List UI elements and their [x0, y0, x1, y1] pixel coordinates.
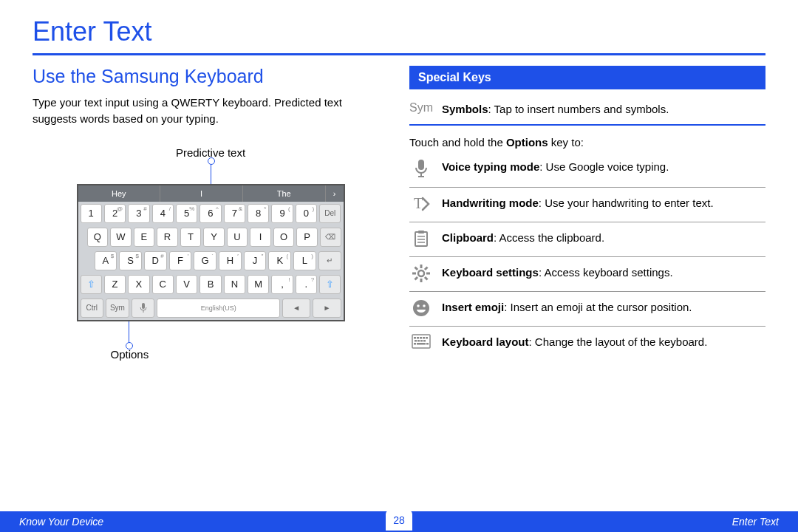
key: G`: [194, 251, 216, 270]
key-ctrl: Ctrl: [81, 299, 104, 318]
key: J″: [244, 251, 267, 270]
sym-text: Symbols: Tap to insert numbers and symbo…: [442, 101, 764, 117]
right-column: Special Keys Sym Symbols: Tap to insert …: [409, 66, 765, 361]
option-text: Keyboard layout: Change the layout of th…: [442, 334, 764, 349]
callout-line: [129, 321, 129, 347]
emoji-icon: [409, 299, 433, 317]
svg-rect-34: [417, 343, 426, 345]
svg-rect-25: [417, 337, 419, 339]
section-subtitle: Use the Samsung Keyboard: [33, 66, 389, 87]
key: H′: [219, 251, 242, 270]
footer-right: Enter Text: [732, 516, 779, 528]
svg-rect-18: [414, 266, 418, 270]
left-column: Use the Samsung Keyboard Type your text …: [33, 66, 389, 361]
page-title: Enter Text: [33, 16, 765, 52]
key: U: [227, 228, 248, 247]
key: I: [250, 228, 271, 247]
key: 7&: [224, 204, 245, 223]
key: Y: [203, 228, 225, 247]
page-footer: Know Your Device 28 Enter Text: [0, 511, 798, 532]
key: ,!: [271, 275, 293, 294]
key: ↵: [318, 251, 341, 270]
key: V: [176, 275, 197, 294]
key: ⇧: [319, 275, 341, 294]
svg-point-11: [418, 270, 424, 276]
options-list: Voice typing mode: Use Google voice typi…: [409, 151, 765, 358]
option-item: Voice typing mode: Use Google voice typi…: [409, 151, 765, 188]
key: 3#: [128, 204, 149, 223]
key: 9(: [271, 204, 293, 223]
footer-page-number: 28: [386, 510, 412, 531]
title-underline: [33, 53, 765, 55]
prediction-cell: The: [243, 185, 326, 202]
keyboard-row: QWERTYUIOP⌫: [78, 225, 344, 249]
key: 6^: [200, 204, 221, 223]
svg-rect-29: [415, 340, 417, 342]
key-right: ►: [313, 299, 341, 318]
svg-rect-27: [423, 337, 425, 339]
key: 1: [81, 204, 102, 223]
svg-rect-15: [426, 273, 430, 275]
option-item: THandwriting mode: Use your handwriting …: [409, 188, 765, 222]
svg-rect-17: [414, 276, 418, 281]
key: D#: [144, 251, 167, 270]
options-intro: Touch and hold the Options key to:: [409, 133, 765, 151]
key: L): [293, 251, 316, 270]
key: N: [224, 275, 245, 294]
svg-rect-35: [426, 343, 429, 345]
svg-rect-32: [423, 340, 426, 342]
keyboard-row: Ctrl Sym English(US) ◄ ►: [78, 296, 344, 320]
svg-rect-26: [420, 337, 422, 339]
key: F′: [169, 251, 192, 270]
keyboard-row: A$S$D#F′G`H′J″K(L)↵: [78, 249, 344, 273]
key: 8*: [248, 204, 269, 223]
prediction-cell: I: [160, 185, 243, 202]
key: T: [180, 228, 202, 247]
prediction-row: Hey I The ›: [78, 185, 344, 202]
sym-icon: Sym: [409, 101, 433, 115]
gear-icon: [409, 265, 433, 282]
svg-point-22: [423, 304, 426, 307]
key: 5%: [176, 204, 197, 223]
svg-rect-0: [142, 303, 145, 309]
key: X: [128, 275, 149, 294]
keyboard-row: ⇧ZXCVBNM,!.?⇧: [78, 273, 344, 296]
sym-row: Sym Symbols: Tap to insert numbers and s…: [409, 97, 765, 126]
svg-rect-16: [424, 266, 429, 270]
prediction-cell: Hey: [78, 185, 161, 202]
clipboard-icon: [409, 230, 433, 248]
svg-rect-30: [417, 340, 420, 342]
svg-rect-33: [414, 343, 416, 345]
key: M: [248, 275, 269, 294]
key: O: [273, 228, 295, 247]
layout-icon: [409, 334, 433, 349]
svg-rect-31: [420, 340, 423, 342]
svg-rect-2: [418, 160, 424, 170]
handwriting-icon: T: [409, 195, 433, 213]
key: ⇧: [81, 275, 102, 294]
mic-icon: [409, 159, 433, 178]
svg-point-20: [413, 300, 429, 316]
key: Del: [319, 204, 341, 223]
option-text: Handwriting mode: Use your handwriting t…: [442, 195, 764, 211]
key: 4/: [152, 204, 174, 223]
option-text: Clipboard: Access the clipboard.: [442, 230, 764, 245]
key: ⌫: [320, 228, 341, 247]
svg-rect-28: [426, 337, 428, 339]
svg-rect-12: [420, 265, 423, 268]
key: S$: [119, 251, 142, 270]
callout-predictive-text: Predictive text: [77, 146, 345, 159]
key: Q: [87, 228, 109, 247]
svg-rect-19: [424, 276, 429, 281]
option-item: Keyboard layout: Change the layout of th…: [409, 327, 765, 358]
key: Z: [104, 275, 126, 294]
svg-rect-13: [420, 279, 423, 282]
svg-point-21: [417, 304, 420, 307]
keyboard-figure: Hey I The › 12@3#4/5%6^7&8*9(0)Del QWERT…: [77, 184, 345, 321]
keyboard-row: 12@3#4/5%6^7&8*9(0)Del: [78, 202, 344, 225]
svg-text:T: T: [414, 195, 423, 211]
option-text: Voice typing mode: Use Google voice typi…: [442, 159, 764, 174]
key: 0): [296, 204, 317, 223]
key-left: ◄: [282, 299, 310, 318]
key-space: English(US): [157, 299, 280, 318]
